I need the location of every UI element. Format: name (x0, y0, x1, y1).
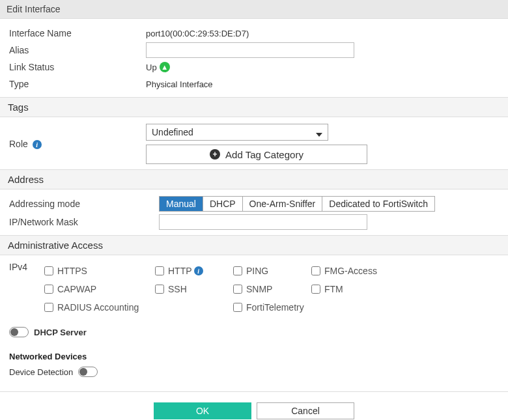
role-label: Role (9, 139, 28, 149)
address-header: Address (0, 169, 508, 189)
mode-fortiswitch[interactable]: Dedicated to FortiSwitch (322, 197, 434, 211)
check-ping[interactable]: PING (231, 262, 309, 280)
dhcp-server-label: DHCP Server (34, 328, 87, 337)
mode-one-arm-sniffer[interactable]: One-Arm-Sniffer (243, 197, 323, 211)
dhcp-server-toggle[interactable] (9, 327, 29, 337)
plus-circle-icon: + (210, 149, 220, 160)
type-value: Physical Interface (146, 79, 499, 89)
interface-name-value: port10(00:0C:29:53:DE:D7) (146, 29, 499, 38)
info-icon[interactable]: i (194, 266, 203, 275)
ok-button[interactable]: OK (154, 402, 251, 419)
alias-input[interactable] (146, 42, 354, 58)
check-capwap[interactable]: CAPWAP (42, 280, 152, 298)
interface-name-label: Interface Name (9, 28, 146, 38)
check-https[interactable]: HTTPS (42, 262, 152, 280)
link-status-value: Up (146, 63, 157, 72)
networked-devices-header: Networked Devices (0, 345, 508, 364)
cancel-button[interactable]: Cancel (257, 402, 354, 419)
check-http[interactable]: HTTPi (152, 262, 231, 280)
addressing-mode-group: Manual DHCP One-Arm-Sniffer Dedicated to… (159, 196, 435, 212)
admin-access-header: Administrative Access (0, 235, 508, 255)
check-ftm[interactable]: FTM (309, 280, 400, 298)
arrow-up-icon: ▲ (160, 62, 170, 72)
ipv4-checkbox-grid: HTTPS HTTPi PING FMG-Access CAPWAP SSH S… (42, 262, 406, 316)
tags-header: Tags (0, 97, 508, 117)
mode-dhcp[interactable]: DHCP (203, 197, 243, 211)
addressing-mode-label: Addressing mode (9, 199, 159, 209)
mode-manual[interactable]: Manual (160, 197, 203, 211)
check-radius[interactable]: RADIUS Accounting (42, 298, 185, 316)
role-dropdown-value: Undefined (152, 127, 193, 137)
ipv4-label: IPv4 (9, 262, 42, 272)
dialog-button-row: OK Cancel (0, 391, 508, 420)
check-snmp[interactable]: SNMP (231, 280, 309, 298)
alias-label: Alias (9, 45, 146, 55)
add-tag-category-button[interactable]: + Add Tag Category (146, 145, 367, 164)
check-telemetry[interactable]: FortiTelemetry (231, 298, 361, 316)
link-status-label: Link Status (9, 62, 146, 72)
check-fmg[interactable]: FMG-Access (309, 262, 400, 280)
dialog-title: Edit Interface (0, 0, 508, 19)
basic-section: Interface Name port10(00:0C:29:53:DE:D7)… (0, 19, 508, 97)
chevron-down-icon (316, 128, 322, 139)
add-tag-label: Add Tag Category (225, 149, 303, 160)
role-dropdown[interactable]: Undefined (146, 124, 328, 141)
check-ssh[interactable]: SSH (152, 280, 231, 298)
ip-mask-label: IP/Network Mask (9, 217, 159, 227)
type-label: Type (9, 79, 146, 89)
info-icon[interactable]: i (33, 140, 42, 149)
device-detection-label: Device Detection (9, 367, 73, 377)
device-detection-toggle[interactable] (78, 367, 98, 377)
ip-mask-input[interactable] (159, 214, 367, 230)
